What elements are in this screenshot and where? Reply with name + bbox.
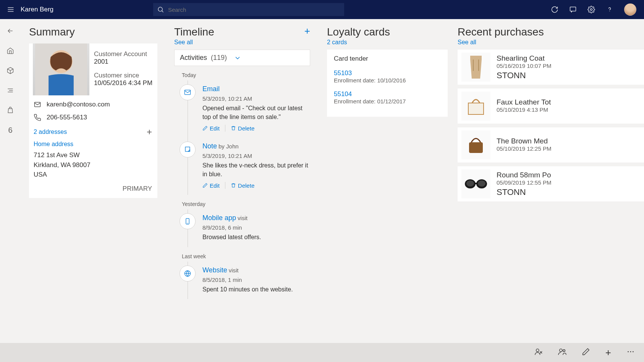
delete-button[interactable]: Delete: [231, 182, 254, 190]
activities-label: Activities: [180, 54, 207, 62]
delete-button[interactable]: Delete: [231, 124, 254, 132]
summary-heading: Summary: [29, 26, 157, 38]
bag-icon[interactable]: [6, 106, 15, 114]
product-name: Round 58mm Po: [497, 171, 551, 179]
purchase-date: 05/09/2019 12:55 PM: [497, 179, 551, 186]
bottom-bar: +: [0, 343, 644, 362]
search-bar[interactable]: [153, 3, 344, 16]
group-today: Today: [182, 72, 310, 78]
addr-line1: 712 1st Ave SW: [34, 150, 157, 160]
chevron-down-icon: [234, 54, 241, 62]
remove-person-icon[interactable]: [534, 348, 543, 357]
svg-point-3: [158, 7, 162, 11]
svg-point-26: [466, 180, 474, 187]
tl-sub: by John: [218, 143, 239, 150]
purchase-date: 05/10/2019 12:25 PM: [497, 145, 551, 152]
add-icon[interactable]: +: [605, 347, 611, 359]
purchase-item[interactable]: Faux Leather Tot 05/10/2019 4:13 PM: [458, 88, 644, 124]
globe-icon: [180, 265, 196, 282]
divider: [225, 182, 225, 189]
chat-icon[interactable]: [569, 6, 577, 13]
svg-point-8: [609, 11, 610, 11]
tl-time: 8/5/2018, 1 min: [202, 276, 293, 284]
svg-point-35: [633, 351, 634, 352]
add-activity-button[interactable]: +: [304, 25, 310, 37]
tl-desc: She likes the v-neck dress, but prefer i…: [202, 161, 310, 179]
enroll-date: Enrollment date: 10/10/2016: [334, 77, 441, 84]
tl-title[interactable]: Website: [202, 266, 227, 274]
list-icon[interactable]: [6, 86, 15, 95]
tl-title[interactable]: Note: [202, 142, 217, 150]
gear-icon[interactable]: [587, 6, 595, 13]
svg-rect-22: [469, 142, 483, 153]
email-icon: [180, 84, 196, 100]
activities-dropdown[interactable]: Activities (119): [174, 50, 310, 66]
edit-button[interactable]: Edit: [202, 182, 220, 190]
card-tender-label: Card tender: [334, 55, 441, 63]
hamburger-menu[interactable]: [3, 2, 18, 17]
people-icon[interactable]: [558, 348, 566, 357]
home-address-link[interactable]: Home address: [34, 140, 157, 149]
svg-point-27: [478, 180, 485, 187]
purchases-see-all[interactable]: See all: [458, 39, 644, 46]
account-value: 2001: [94, 58, 152, 66]
tl-time: 8/9/2018, 6 min: [202, 224, 261, 232]
more-icon[interactable]: [626, 348, 635, 357]
search-input[interactable]: [167, 6, 340, 13]
svg-point-28: [536, 349, 539, 352]
addresses-link[interactable]: 2 addresses: [34, 129, 67, 135]
phone-icon: [34, 114, 41, 121]
svg-rect-15: [35, 102, 40, 107]
purchase-item[interactable]: Round 58mm Po 05/09/2019 12:55 PM STONN: [458, 166, 644, 201]
loyalty-entry: 55103 Enrollment date: 10/10/2016: [334, 69, 441, 84]
svg-point-6: [591, 9, 592, 11]
products-icon[interactable]: [6, 66, 15, 75]
tl-time: 5/3/2019, 10:21 AM: [202, 152, 310, 160]
product-name: Faux Leather Tot: [497, 98, 551, 106]
note-icon: [180, 142, 196, 158]
tl-title[interactable]: Email: [202, 85, 220, 93]
timeline-see-all[interactable]: See all: [174, 39, 310, 46]
back-icon[interactable]: [6, 27, 15, 35]
since-value: 10/05/2016 4:34 PM: [94, 79, 152, 87]
edit-button[interactable]: Edit: [202, 124, 220, 132]
product-name: Shearling Coat: [497, 54, 551, 63]
since-label: Customer since: [94, 72, 152, 79]
svg-point-33: [628, 351, 629, 352]
timeline-item: Websitevisit 8/5/2018, 1 min Spent 10 mi…: [180, 262, 310, 299]
purchase-store: STONN: [497, 187, 551, 197]
purchase-item[interactable]: Shearling Coat 05/16/2019 10:07 PM STONN: [458, 50, 644, 85]
card-number[interactable]: 55104: [334, 90, 441, 98]
activities-count: (119): [211, 54, 227, 62]
search-icon: [157, 6, 164, 13]
purchase-item[interactable]: The Brown Med 05/10/2019 12:25 PM: [458, 127, 644, 162]
svg-point-31: [559, 349, 562, 352]
customer-phone: 206-555-5613: [47, 114, 87, 121]
tl-title[interactable]: Mobile app: [202, 214, 236, 222]
timeline-item: Mobile appvisit 8/9/2018, 6 min Browsed …: [180, 209, 310, 247]
refresh-icon[interactable]: [551, 6, 558, 13]
enroll-date: Enrollment date: 01/12/2017: [334, 98, 441, 105]
left-rail: 6: [0, 19, 21, 343]
group-lastweek: Last week: [182, 253, 310, 259]
product-thumb: [461, 130, 490, 159]
edit-icon[interactable]: [582, 348, 590, 357]
rail-badge: 6: [8, 126, 12, 135]
card-number[interactable]: 55103: [334, 69, 441, 77]
help-icon[interactable]: [606, 6, 613, 13]
mobile-icon: [180, 213, 196, 229]
addr-line2: Kirkland, WA 98007: [34, 160, 157, 170]
svg-rect-21: [468, 103, 484, 114]
loyalty-heading: Loyalty cards: [327, 26, 448, 38]
tl-desc: Browsed latest offers.: [202, 233, 261, 241]
user-avatar[interactable]: [624, 3, 636, 16]
primary-badge: PRIMARY: [33, 182, 157, 193]
topbar: Karen Berg: [0, 0, 644, 19]
product-name: The Brown Med: [497, 137, 551, 145]
customer-photo: [33, 43, 89, 95]
loyalty-entry: 55104 Enrollment date: 01/12/2017: [334, 90, 441, 105]
home-icon[interactable]: [6, 47, 15, 55]
loyalty-count-link[interactable]: 2 cards: [327, 39, 448, 46]
add-address-button[interactable]: +: [147, 127, 152, 137]
summary-card: Customer Account 2001 Customer since 10/…: [29, 43, 157, 198]
